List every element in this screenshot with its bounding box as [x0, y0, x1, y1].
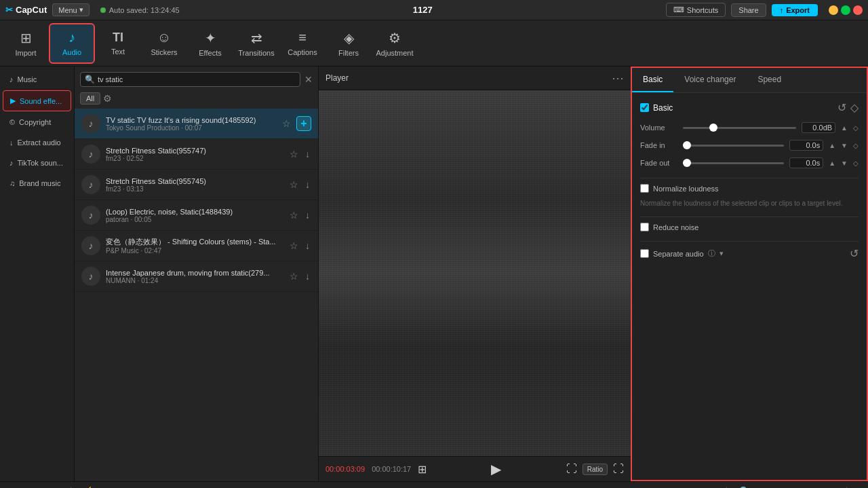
fade-out-slider[interactable] [683, 162, 784, 164]
import-icon: ⊞ [20, 30, 32, 46]
search-input[interactable] [98, 75, 296, 83]
volume-up-icon[interactable]: ▲ [841, 124, 848, 132]
volume-diamond-icon[interactable]: ◇ [853, 124, 859, 132]
undo-button[interactable]: ↺ [31, 485, 45, 488]
basic-check-label[interactable]: Basic [640, 103, 673, 113]
separate-audio-checkbox[interactable] [640, 249, 649, 258]
sound-item-icon: ♪ [81, 175, 100, 194]
sound-item-name: 変色（静态效果） - Shifting Colours (stems) - St… [106, 237, 283, 247]
download-button[interactable]: ↓ [304, 269, 311, 283]
fade-in-up-icon[interactable]: ▲ [829, 142, 835, 149]
play-button[interactable]: ▶ [491, 461, 501, 477]
fade-in-slider[interactable] [683, 145, 784, 147]
sidebar-item-copyright[interactable]: © Copyright [3, 113, 71, 132]
tool-text[interactable]: TI Text [95, 23, 141, 64]
fade-in-diamond-icon[interactable]: ◇ [853, 142, 859, 149]
download-button[interactable]: ↓ [304, 147, 311, 161]
favorite-button[interactable]: ☆ [288, 147, 300, 161]
sound-item-name: Intense Japanese drum, moving from stati… [106, 269, 283, 277]
normalize-row: Normalize loudness [640, 184, 859, 193]
fade-out-down-icon[interactable]: ▼ [841, 159, 848, 167]
close-button[interactable] [853, 5, 863, 15]
favorite-button[interactable]: ☆ [281, 117, 292, 130]
tool-audio[interactable]: ♪ Audio [49, 23, 95, 64]
maximize-button[interactable] [841, 5, 850, 15]
filter-options-button[interactable]: ⚙ [103, 93, 112, 104]
filter-all-button[interactable]: All [80, 92, 100, 105]
sidebar-item-brand-music[interactable]: ♫ Brand music [3, 174, 71, 193]
sound-item[interactable]: ♪ Stretch Fitness Static(955745) fm23 · … [75, 170, 318, 200]
separate-audio-check[interactable]: Separate audio [640, 249, 704, 258]
normalize-check[interactable]: Normalize loudness [640, 184, 719, 193]
sound-item-actions: ☆ + [281, 116, 311, 131]
trim-left-button[interactable]: ⊢ [101, 485, 116, 488]
reset-button[interactable]: ↺ [837, 101, 846, 114]
sound-item[interactable]: ♪ TV static TV fuzz It's a rising sound(… [75, 109, 318, 139]
trim-right-button[interactable]: ⊣ [120, 485, 135, 488]
tool-adjustment[interactable]: ⚙ Adjustment [372, 23, 418, 64]
tool-effects[interactable]: ✦ Effects [187, 23, 233, 64]
redo-button[interactable]: ↻ [50, 485, 64, 488]
ratio-button[interactable]: Ratio [583, 464, 608, 475]
download-button[interactable]: ↓ [304, 178, 311, 191]
sound-item-actions: ☆ ↓ [288, 269, 311, 283]
clear-search-button[interactable]: ✕ [304, 74, 313, 85]
sidebar-item-sound-effects[interactable]: ▶ Sound effe... [3, 90, 71, 111]
sidebar-item-music[interactable]: ♪ Music [3, 70, 71, 89]
tab-basic[interactable]: Basic [632, 68, 673, 92]
tool-transitions[interactable]: ⇄ Transitions [233, 23, 279, 64]
tab-speed[interactable]: Speed [747, 68, 792, 92]
separate-audio-reset-button[interactable]: ↺ [850, 247, 859, 260]
tab-voice-changer[interactable]: Voice changer [673, 68, 747, 92]
favorite-button[interactable]: ☆ [288, 239, 300, 252]
basic-section: Basic ↺ ◇ Volume 0.0dB ▲ ◇ [640, 101, 859, 168]
player-menu-button[interactable]: ⋯ [612, 71, 624, 86]
menu-label: Menu [58, 6, 77, 14]
select-tool-button[interactable]: ↖ [5, 485, 20, 488]
delete-button[interactable]: 🗑 [139, 485, 155, 489]
search-input-wrap[interactable]: 🔍 [80, 72, 300, 87]
fade-in-down-icon[interactable]: ▼ [841, 142, 848, 149]
grid-view-button[interactable]: ⊞ [418, 463, 427, 476]
shortcuts-button[interactable]: ⌨ Shortcuts [666, 3, 726, 17]
diamond-button[interactable]: ◇ [850, 101, 859, 114]
fullscreen-button[interactable]: ⛶ [613, 463, 624, 475]
share-button[interactable]: Share [731, 3, 766, 17]
export-button[interactable]: ↑ Export [772, 4, 818, 16]
normalize-checkbox[interactable] [640, 184, 649, 193]
brand-music-icon: ♫ [9, 179, 15, 187]
favorite-button[interactable]: ☆ [288, 269, 300, 283]
add-to-timeline-button[interactable]: + [296, 116, 311, 131]
separate-audio-expand-icon[interactable]: ▾ [719, 249, 724, 258]
sidebar-item-tiktok[interactable]: ♪ TikTok soun... [3, 153, 71, 172]
sound-item[interactable]: ♪ Stretch Fitness Static(955747) fm23 · … [75, 139, 318, 170]
sidebar-item-extract-audio[interactable]: ↓ Extract audio [3, 133, 71, 152]
sound-item[interactable]: ♪ (Loop) Electric, noise, Static(1488439… [75, 200, 318, 231]
tool-filters[interactable]: ◈ Filters [326, 23, 372, 64]
minimize-button[interactable] [829, 5, 838, 15]
tool-captions[interactable]: ≡ Captions [279, 23, 326, 64]
download-button[interactable]: ↓ [304, 208, 311, 222]
sound-item-icon: ♪ [81, 206, 100, 225]
favorite-button[interactable]: ☆ [288, 208, 300, 222]
sound-item[interactable]: ♪ Intense Japanese drum, moving from sta… [75, 261, 318, 292]
favorite-button[interactable]: ☆ [288, 178, 300, 191]
reduce-noise-check[interactable]: Reduce noise [640, 223, 859, 231]
reduce-noise-checkbox[interactable] [640, 223, 649, 231]
volume-slider[interactable] [683, 127, 796, 129]
tool-import[interactable]: ⊞ Import [3, 23, 49, 64]
menu-button[interactable]: Menu ▾ [52, 3, 90, 16]
tool-stickers[interactable]: ☺ Stickers [141, 23, 187, 64]
shield-button[interactable]: 🛡 [159, 485, 176, 489]
tool-stickers-label: Stickers [151, 48, 177, 56]
fade-out-up-icon[interactable]: ▲ [829, 159, 835, 167]
sound-item-icon: ♪ [81, 236, 100, 255]
sound-item[interactable]: ♪ 変色（静态效果） - Shifting Colours (stems) - … [75, 231, 318, 261]
basic-checkbox[interactable] [640, 103, 649, 112]
split-button[interactable]: ⚡ [78, 485, 97, 488]
sound-item-meta: P&P Music · 02:47 [106, 247, 283, 255]
separate-audio-label: Separate audio [653, 250, 704, 258]
download-button[interactable]: ↓ [304, 239, 311, 252]
fullscreen-preview-button[interactable]: ⛶ [566, 463, 577, 475]
fade-out-diamond-icon[interactable]: ◇ [853, 159, 859, 167]
